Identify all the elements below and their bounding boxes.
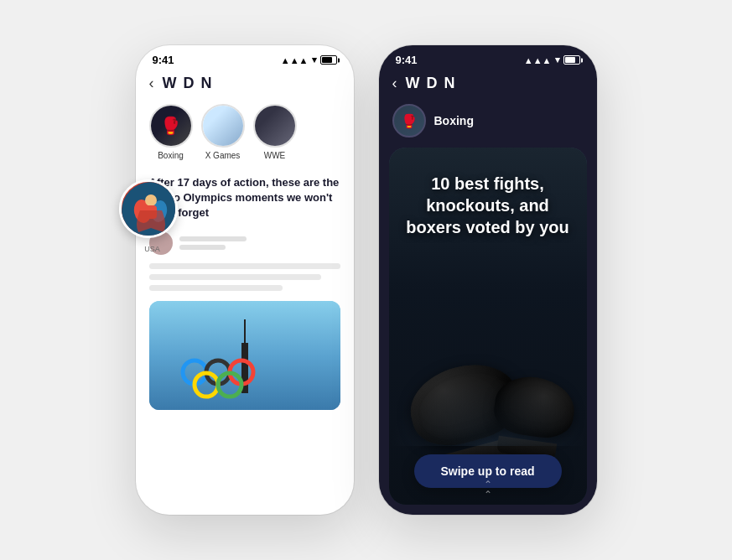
logo-n: N xyxy=(201,75,214,92)
floating-avatar xyxy=(119,179,178,238)
author-date-line xyxy=(179,245,226,250)
status-bar-right: 9:41 ▲▲▲ ▾ xyxy=(379,45,597,70)
author-row xyxy=(149,231,340,255)
story-label-wwe: WWE xyxy=(264,151,286,160)
phone-right: 9:41 ▲▲▲ ▾ ‹ W D N 🥊 Boxing xyxy=(379,45,597,515)
boxing-avatar: 🥊 xyxy=(392,104,426,137)
story-avatar-boxing: 🥊 xyxy=(149,104,193,148)
story-wwe[interactable]: WWE xyxy=(253,104,297,160)
status-bar-left: 9:41 ▲▲▲ ▾ xyxy=(136,45,354,70)
story-xgames[interactable]: X Games xyxy=(201,104,245,160)
article-image xyxy=(149,301,340,410)
author-lines xyxy=(179,236,247,250)
story-label-boxing: Boxing xyxy=(158,151,184,160)
nav-bar-right: ‹ W D N xyxy=(379,70,597,99)
boxing-header: 🥊 Boxing xyxy=(379,99,597,148)
logo-w-right: W xyxy=(406,75,422,92)
nav-bar-left: ‹ W D N xyxy=(136,70,354,99)
logo-right: W D N xyxy=(406,75,457,92)
hero-title: 10 best fights, knockouts, and boxers vo… xyxy=(402,173,574,238)
wifi-icon: ▾ xyxy=(312,54,317,65)
logo-n-right: N xyxy=(444,75,457,92)
stories-row: 🥊 Boxing X Games WWE xyxy=(136,99,354,169)
article-title: After 17 days of action, these are the T… xyxy=(149,175,340,221)
back-button-left[interactable]: ‹ xyxy=(149,75,154,92)
boxing-category-label: Boxing xyxy=(434,114,474,127)
skeleton-lines xyxy=(149,263,340,291)
story-boxing[interactable]: 🥊 Boxing xyxy=(149,104,193,160)
logo-left: W D N xyxy=(163,75,214,92)
hero-image: 10 best fights, knockouts, and boxers vo… xyxy=(389,148,587,505)
skeleton-line-1 xyxy=(149,263,340,269)
battery-icon xyxy=(320,55,337,65)
status-icons-right: ▲▲▲ ▾ xyxy=(524,54,580,65)
signal-icon-right: ▲▲▲ xyxy=(524,55,552,65)
svg-point-3 xyxy=(145,194,157,206)
skeleton-line-2 xyxy=(149,274,321,280)
status-icons-left: ▲▲▲ ▾ xyxy=(281,54,337,65)
floating-label: USA xyxy=(127,245,178,253)
wifi-icon-right: ▾ xyxy=(555,54,560,65)
phone-left: 9:41 ▲▲▲ ▾ ‹ W D N xyxy=(136,45,354,515)
battery-icon-right xyxy=(563,55,580,65)
signal-icon: ▲▲▲ xyxy=(281,55,309,65)
story-label-xgames: X Games xyxy=(205,151,241,160)
author-name-line xyxy=(179,236,247,241)
time-right: 9:41 xyxy=(396,54,418,66)
story-avatar-wwe xyxy=(253,104,297,148)
skeleton-line-3 xyxy=(149,285,283,291)
logo-d-right: D xyxy=(427,75,439,92)
logo-w: W xyxy=(163,75,179,92)
swipe-chevrons: ⌃ ⌃ xyxy=(484,480,492,500)
chevron-2: ⌃ xyxy=(484,490,492,500)
back-button-right[interactable]: ‹ xyxy=(392,75,397,92)
logo-d: D xyxy=(184,75,196,92)
story-avatar-xgames xyxy=(201,104,245,148)
time-left: 9:41 xyxy=(153,54,174,66)
